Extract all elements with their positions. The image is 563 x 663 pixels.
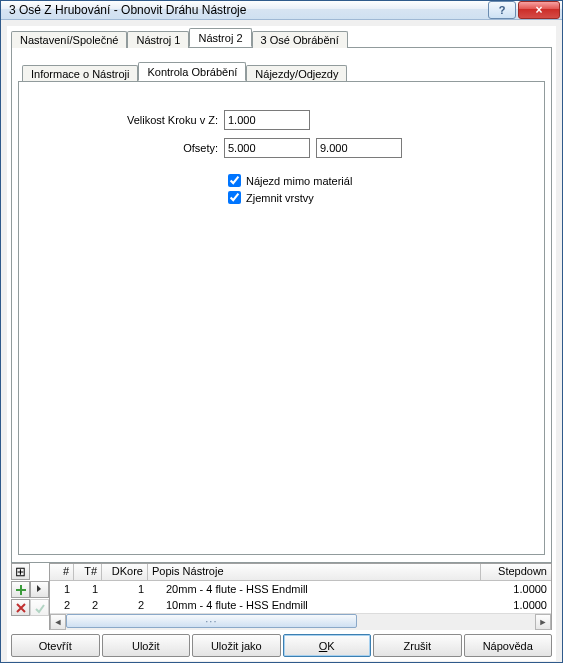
btn-label: Uložit jako [211,640,262,652]
label-approach-outside-stock: Nájezd mimo materiál [246,175,352,187]
dialog-window: 3 Osé Z Hrubování - Obnovit Dráhu Nástro… [0,0,563,663]
tab-3axis-machining[interactable]: 3 Osé Obrábění [252,31,348,48]
cell-desc: 10mm - 4 flute - HSS Endmill [148,599,481,611]
cell-tnum: 2 [74,599,102,611]
horizontal-scrollbar[interactable]: ◄ ··· ► [50,613,551,629]
table-row[interactable]: 2 2 2 10mm - 4 flute - HSS Endmill 1.000… [50,597,551,613]
cell-stepdown: 1.0000 [481,599,551,611]
help-button[interactable]: Nápověda [464,634,553,657]
btn-label: OK [319,640,335,652]
btn-label: Uložit [132,640,160,652]
save-button[interactable]: Uložit [102,634,191,657]
outer-tab-panel: Informace o Nástroji Kontrola Obrábění N… [11,47,552,563]
tab-label: Nástroj 2 [198,32,242,44]
cell-stepdown: 1.0000 [481,583,551,595]
col-num[interactable]: # [50,564,74,580]
cell-tnum: 1 [74,583,102,595]
cell-num: 1 [50,583,74,595]
row-smooth-layers: Zjemnit vrstvy [228,191,534,204]
tool-list-buttons-left2 [30,563,48,630]
tab-label: 3 Osé Obrábění [261,34,339,46]
col-dkore[interactable]: DKore [102,564,148,580]
tab-label: Nástroj 1 [136,34,180,46]
ok-button[interactable]: OK [283,634,372,657]
table-row[interactable]: 1 1 1 20mm - 4 flute - HSS Endmill 1.000… [50,581,551,597]
row-offsets: Ofsety: [29,138,534,158]
inner-tabstrip: Informace o Nástroji Kontrola Obrábění N… [22,60,545,81]
tab-leads[interactable]: Nájezdy/Odjezdy [246,65,347,82]
row-step-z: Velikost Kroku v Z: [29,110,534,130]
tab-tool-1[interactable]: Nástroj 1 [127,31,189,48]
scroll-right-icon[interactable]: ► [535,614,551,630]
cell-num: 2 [50,599,74,611]
close-button-icon[interactable]: × [518,1,560,19]
tab-settings-common[interactable]: Nastavení/Společné [11,31,127,48]
cell-dkore: 1 [102,583,148,595]
remove-tool-button[interactable] [11,599,30,616]
input-offset-2[interactable] [316,138,402,158]
btn-label: Otevřít [39,640,72,652]
tool-list-header: # T# DKore Popis Nástroje Stepdown [50,564,551,581]
cell-dkore: 2 [102,599,148,611]
tab-tool-2[interactable]: Nástroj 2 [189,28,251,47]
col-desc[interactable]: Popis Nástroje [148,564,481,580]
add-tool-button[interactable] [11,581,30,598]
open-button[interactable]: Otevřít [11,634,100,657]
help-button-icon[interactable]: ? [488,1,516,19]
col-stepdown[interactable]: Stepdown [481,564,551,580]
cancel-button[interactable]: Zrušit [373,634,462,657]
tab-label: Nájezdy/Odjezdy [255,68,338,80]
row-approach-outside-stock: Nájezd mimo materiál [228,174,534,187]
scroll-left-icon[interactable]: ◄ [50,614,66,630]
titlebar[interactable]: 3 Osé Z Hrubování - Obnovit Dráhu Nástro… [1,1,562,20]
tab-label: Kontrola Obrábění [147,66,237,78]
tab-machining-control[interactable]: Kontrola Obrábění [138,62,246,81]
label-offsets: Ofsety: [29,142,224,154]
btn-label: Nápověda [483,640,533,652]
inner-tab-panel: Velikost Kroku v Z: Ofsety: Nájezd mimo … [18,81,545,555]
col-tnum[interactable]: T# [74,564,102,580]
checkbox-smooth-layers[interactable] [228,191,241,204]
tab-label: Informace o Nástroji [31,68,129,80]
outer-tabstrip: Nastavení/Společné Nástroj 1 Nástroj 2 3… [11,26,556,47]
cell-desc: 20mm - 4 flute - HSS Endmill [148,583,481,595]
save-as-button[interactable]: Uložit jako [192,634,281,657]
tab-tool-info[interactable]: Informace o Nástroji [22,65,138,82]
checkbox-approach-outside-stock[interactable] [228,174,241,187]
tool-list-area: ⊞ # T# [11,563,552,630]
tool-list-grid[interactable]: # T# DKore Popis Nástroje Stepdown 1 1 1… [49,563,552,630]
cursor-up-button[interactable] [30,581,49,598]
scroll-track[interactable]: ··· [66,614,535,630]
apply-tool-button[interactable] [30,599,49,616]
tool-list-buttons-left: ⊞ [11,563,29,630]
btn-label: Zrušit [404,640,432,652]
bottom-button-bar: Otevřít Uložit Uložit jako OK Zrušit Náp… [11,634,552,657]
expand-button[interactable]: ⊞ [11,563,30,580]
client-area: Nastavení/Společné Nástroj 1 Nástroj 2 3… [7,26,556,661]
label-step-z: Velikost Kroku v Z: [29,114,224,126]
scroll-thumb[interactable]: ··· [66,614,357,628]
tab-label: Nastavení/Společné [20,34,118,46]
input-step-z[interactable] [224,110,310,130]
window-title: 3 Osé Z Hrubování - Obnovit Dráhu Nástro… [9,3,486,17]
label-smooth-layers: Zjemnit vrstvy [246,192,314,204]
input-offset-1[interactable] [224,138,310,158]
